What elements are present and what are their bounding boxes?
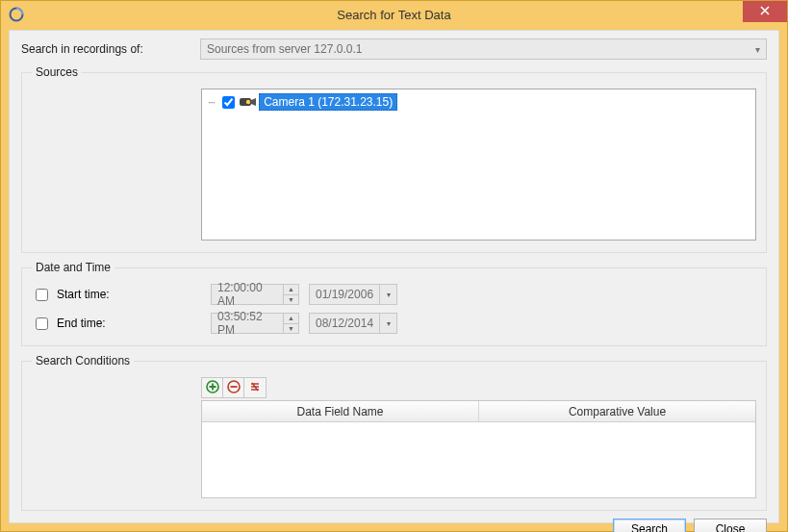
start-time-row: Start time: 12:00:00 AM ▲ ▼ 01/19/2006 ▾ bbox=[32, 284, 756, 305]
spin-down-icon[interactable]: ▼ bbox=[284, 295, 298, 305]
window-title: Search for Text Data bbox=[1, 8, 787, 22]
end-time-checkbox[interactable] bbox=[36, 317, 48, 330]
conditions-group: Search Conditions bbox=[21, 354, 767, 511]
start-date-value: 01/19/2006 bbox=[316, 288, 373, 301]
spin-up-icon[interactable]: ▲ bbox=[284, 285, 298, 295]
grid-body[interactable] bbox=[202, 422, 755, 497]
close-button[interactable]: Close bbox=[694, 519, 767, 532]
tree-item[interactable]: ···· Camera 1 (172.31.23.15) bbox=[208, 93, 750, 111]
client-area: Search in recordings of: Sources from se… bbox=[9, 30, 779, 523]
search-in-label: Search in recordings of: bbox=[21, 42, 200, 56]
grid-header: Data Field Name Comparative Value bbox=[202, 401, 755, 422]
end-time-value: 03:50:52 PM bbox=[217, 310, 281, 337]
tree-connector: ···· bbox=[208, 97, 215, 108]
app-icon bbox=[9, 7, 24, 22]
end-time-spinner[interactable]: ▲ ▼ bbox=[283, 314, 298, 333]
sources-tree[interactable]: ···· Camera 1 (172.31.23.15) bbox=[201, 89, 756, 241]
server-combo[interactable]: Sources from server 127.0.0.1 ▾ bbox=[200, 38, 767, 60]
chevron-down-icon: ▾ bbox=[755, 44, 760, 55]
end-time-field[interactable]: 03:50:52 PM ▲ ▼ bbox=[211, 313, 299, 334]
source-checkbox[interactable] bbox=[222, 96, 235, 109]
clear-icon bbox=[248, 380, 262, 396]
end-date-field[interactable]: 08/12/2014 ▾ bbox=[309, 313, 397, 334]
start-time-check-label[interactable]: Start time: bbox=[32, 286, 211, 304]
conditions-grid[interactable]: Data Field Name Comparative Value bbox=[201, 400, 756, 498]
search-button-label: Search bbox=[631, 522, 668, 532]
titlebar: Search for Text Data bbox=[1, 1, 787, 28]
minus-icon bbox=[227, 380, 241, 396]
close-window-button[interactable] bbox=[743, 1, 787, 22]
search-in-row: Search in recordings of: Sources from se… bbox=[21, 38, 767, 60]
start-date-field[interactable]: 01/19/2006 ▾ bbox=[309, 284, 397, 305]
chevron-down-icon[interactable]: ▾ bbox=[379, 314, 396, 333]
column-header-field[interactable]: Data Field Name bbox=[202, 401, 479, 421]
remove-condition-button[interactable] bbox=[223, 378, 244, 397]
dialog-footer: Search Close bbox=[21, 519, 767, 532]
close-icon bbox=[760, 5, 770, 18]
conditions-toolbar bbox=[201, 377, 267, 398]
start-time-checkbox[interactable] bbox=[36, 289, 48, 301]
start-time-label: Start time: bbox=[57, 288, 110, 301]
end-time-check-label[interactable]: End time: bbox=[32, 315, 211, 333]
spin-up-icon[interactable]: ▲ bbox=[284, 314, 298, 324]
camera-icon bbox=[240, 96, 257, 108]
end-date-value: 08/12/2014 bbox=[316, 317, 373, 330]
close-button-label: Close bbox=[716, 522, 746, 532]
spin-down-icon[interactable]: ▼ bbox=[284, 324, 298, 334]
sources-group: Sources ···· Camera 1 (172.31.23.15) bbox=[21, 65, 767, 253]
dialog-window: Search for Text Data Search in recording… bbox=[0, 0, 788, 532]
chevron-down-icon[interactable]: ▾ bbox=[379, 285, 396, 304]
start-time-spinner[interactable]: ▲ ▼ bbox=[283, 285, 298, 304]
clear-conditions-button[interactable] bbox=[244, 378, 266, 397]
start-time-value: 12:00:00 AM bbox=[217, 281, 281, 308]
end-time-row: End time: 03:50:52 PM ▲ ▼ 08/12/2014 ▾ bbox=[32, 313, 756, 334]
source-label: Camera 1 (172.31.23.15) bbox=[259, 93, 397, 111]
start-time-field[interactable]: 12:00:00 AM ▲ ▼ bbox=[211, 284, 299, 305]
add-condition-button[interactable] bbox=[202, 378, 223, 397]
server-combo-value: Sources from server 127.0.0.1 bbox=[207, 42, 362, 56]
plus-icon bbox=[206, 380, 219, 396]
search-button[interactable]: Search bbox=[613, 519, 686, 532]
column-header-value[interactable]: Comparative Value bbox=[479, 401, 755, 421]
datetime-group: Date and Time Start time: 12:00:00 AM ▲ … bbox=[21, 261, 767, 346]
sources-legend: Sources bbox=[32, 65, 82, 79]
svg-point-2 bbox=[246, 100, 250, 104]
conditions-legend: Search Conditions bbox=[32, 354, 134, 367]
end-time-label: End time: bbox=[57, 317, 106, 330]
datetime-legend: Date and Time bbox=[32, 261, 114, 274]
